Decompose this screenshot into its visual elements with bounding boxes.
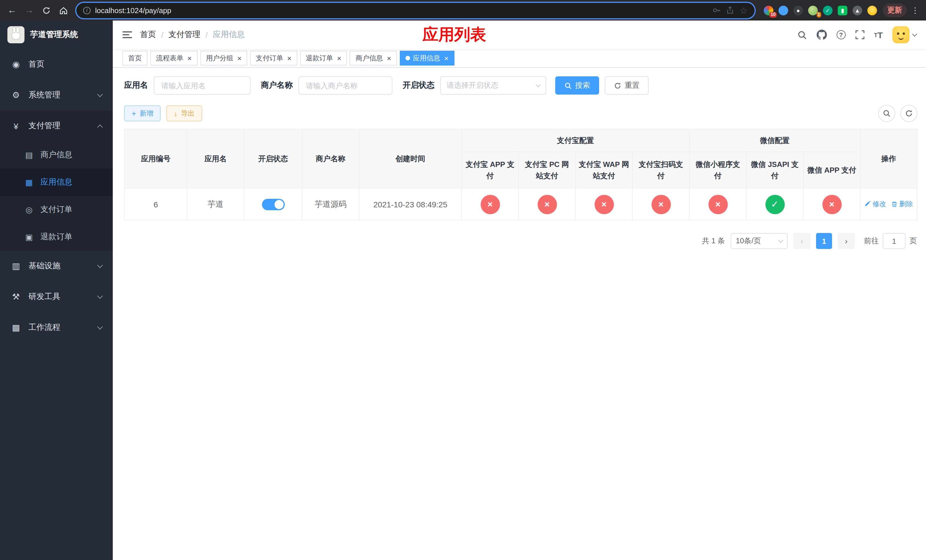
cell-app-name: 芋道 [187,188,244,220]
search-icon[interactable] [797,30,807,39]
top-header: 首页 / 支付管理 / 应用信息 应用列表 ? [113,21,926,49]
refresh-button[interactable] [900,105,917,122]
search-button[interactable]: 搜索 [555,76,599,95]
extension-icon[interactable]: ▲ [853,5,862,15]
merchant-name-input[interactable] [298,76,392,95]
tab-2[interactable]: 用户分组× [200,51,247,65]
extension-icon[interactable] [779,5,788,15]
active-tab-dot [406,56,410,61]
tab-close-icon[interactable]: × [188,54,192,62]
extension-icon[interactable]: ● [793,5,803,15]
sidebar-item-workflow[interactable]: ▩ 工作流程 [0,312,113,343]
url-text[interactable]: localhost:1024/pay/app [95,6,708,15]
sidebar-item-pay-order[interactable]: ◎ 支付订单 [0,196,113,223]
tab-close-icon[interactable]: × [287,54,291,62]
browser-menu-icon[interactable]: ⋮ [909,6,921,15]
github-icon[interactable] [816,30,827,40]
plus-icon: + [132,109,136,117]
sidebar: 芋道管理系统 ◉ 首页 ⚙ 系统管理 ¥ 支付管理 ▤ 商户信息 [0,21,113,560]
extension-icon[interactable]: 1 [808,5,818,15]
sidebar-item-merchant-info[interactable]: ▤ 商户信息 [0,141,113,169]
extension-icon[interactable]: 10 [764,5,773,15]
sidebar-collapse-icon[interactable] [123,31,132,38]
tab-3[interactable]: 支付订单× [250,51,297,65]
breadcrumb: 首页 / 支付管理 / 应用信息 [140,30,245,40]
app-name-input[interactable] [154,76,251,95]
fullscreen-icon[interactable] [855,30,864,39]
toggle-search-button[interactable] [878,105,895,122]
font-size-icon[interactable]: TT [874,30,883,39]
tab-close-icon[interactable]: × [337,54,341,62]
extension-badge: 1 [816,12,821,17]
sidebar-item-refund-order[interactable]: ▣ 退款订单 [0,223,113,251]
back-icon[interactable]: ← [5,3,20,18]
user-menu[interactable] [893,26,916,43]
alipay-qr-status-icon: × [651,195,670,214]
tab-close-icon[interactable]: × [237,54,242,62]
page-number-1[interactable]: 1 [816,233,832,249]
sidebar-item-infrastructure[interactable]: ▥ 基础设施 [0,251,113,282]
breadcrumb-payment[interactable]: 支付管理 [169,30,200,40]
goto-page-input[interactable] [883,233,905,249]
col-group-alipay: 支付宝配置 [461,129,689,152]
filter-form: 应用名 商户名称 开启状态 请选择开启状态 搜索 重置 [124,76,917,95]
status-select[interactable]: 请选择开启状态 [440,76,546,95]
reset-button[interactable]: 重置 [605,76,649,95]
cell-merchant: 芋道源码 [302,188,359,220]
tab-1[interactable]: 流程表单× [150,51,197,65]
col-wx-mini: 微信小程序支付 [689,152,746,188]
col-status: 开启状态 [244,129,302,188]
delete-link[interactable]: 删除 [891,200,913,209]
sidebar-item-system[interactable]: ⚙ 系统管理 [0,80,113,110]
tab-0[interactable]: 首页 [123,51,147,65]
tab-close-icon[interactable]: × [387,54,391,62]
update-button[interactable]: 更新 [883,3,906,17]
alipay-wap-status-icon: × [594,195,614,214]
card-icon: ▤ [24,150,34,159]
address-bar[interactable]: i localhost:1024/pay/app ☆ [76,3,755,18]
key-icon[interactable] [712,6,720,14]
sidebar-item-app-info[interactable]: ▦ 应用信息 [0,169,113,196]
pagination: 共 1 条 10条/页 ‹ 1 › 前往 页 [124,233,917,249]
page-size-select[interactable]: 10条/页 [731,233,788,249]
help-icon[interactable]: ? [836,30,846,39]
col-alipay-wap: 支付宝 WAP 网站支付 [575,152,632,188]
sidebar-item-payment[interactable]: ¥ 支付管理 [0,110,113,141]
extensions-cluster: 10 ● 1 ✓ ▮ ▲ [764,5,877,15]
breadcrumb-home[interactable]: 首页 [140,30,156,40]
extension-icon[interactable] [867,5,877,15]
tab-close-icon[interactable]: × [444,54,448,62]
info-icon[interactable]: i [83,6,91,14]
chevron-down-icon [779,238,783,243]
tab-6[interactable]: 应用信息× [400,51,454,65]
download-icon: ↓ [174,110,177,117]
caret-down-icon [912,32,917,36]
extension-icon[interactable]: ▮ [838,5,847,15]
extension-icon[interactable]: ✓ [823,5,832,15]
app-title: 芋道管理系统 [30,30,78,40]
next-page-button[interactable]: › [838,233,855,249]
sidebar-item-home[interactable]: ◉ 首页 [0,49,113,80]
export-button[interactable]: ↓ 导出 [166,105,202,121]
merchant-name-label: 商户名称 [261,80,293,91]
extension-badge: 10 [769,12,777,17]
status-switch[interactable] [262,198,284,210]
app-logo-row[interactable]: 芋道管理系统 [0,21,113,49]
tab-4[interactable]: 退款订单× [300,51,347,65]
prev-page-button[interactable]: ‹ [793,233,810,249]
add-button[interactable]: + 新增 [124,105,160,121]
toolbar: + 新增 ↓ 导出 [124,105,917,122]
browser-window: ← → i localhost:1024/pay/app ☆ 10 [0,0,926,560]
home-icon[interactable] [56,3,71,18]
edit-link[interactable]: 修改 [864,200,886,209]
bookmark-star-icon[interactable]: ☆ [740,5,748,16]
content-area: 应用名 商户名称 开启状态 请选择开启状态 搜索 重置 [113,68,926,560]
cell-app-id: 6 [124,188,187,220]
reload-icon[interactable] [39,3,53,18]
forward-icon[interactable]: → [22,3,36,18]
page-title: 应用列表 [422,24,486,45]
avatar[interactable] [893,26,909,43]
sidebar-item-devtools[interactable]: ⚒ 研发工具 [0,282,113,312]
tab-5[interactable]: 商户信息× [350,51,397,65]
share-icon[interactable] [726,6,734,14]
